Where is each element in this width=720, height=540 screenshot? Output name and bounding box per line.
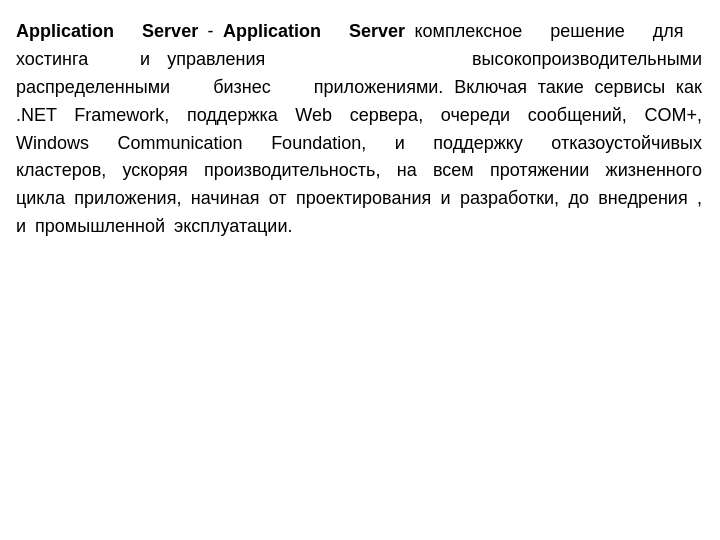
- content-area: Application Server - Application Server …: [0, 0, 720, 259]
- paragraph-text: комплексное решение для хостинга и управ…: [16, 21, 702, 236]
- bold-application-server: Application Server: [223, 21, 405, 41]
- separator: -: [208, 21, 223, 41]
- bold-application: Application Server: [16, 21, 198, 41]
- main-paragraph: Application Server - Application Server …: [16, 18, 702, 241]
